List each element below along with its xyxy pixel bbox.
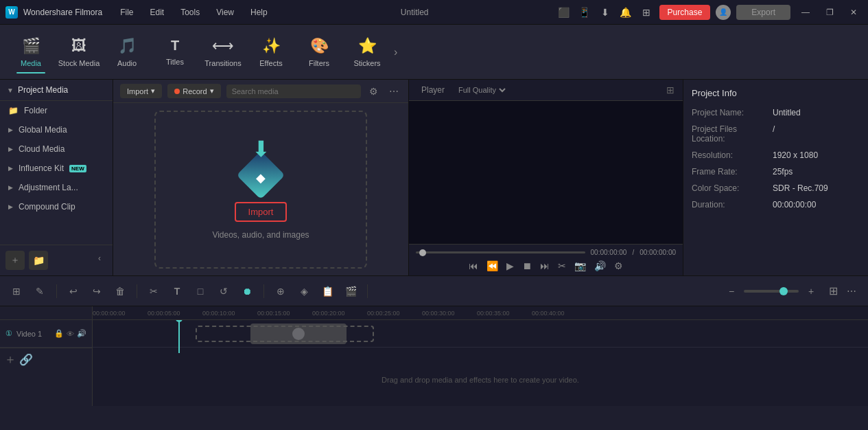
tl-more-button[interactable]: ⋯ [842,282,861,301]
track-number: ① [5,329,12,338]
sidebar-item-global-media[interactable]: ▶ Global Media [0,120,113,139]
resolution-value: 1920 x 1080 [773,150,818,160]
minimize-button[interactable]: — [796,8,815,17]
framerate-value: 25fps [773,167,793,177]
tl-marker-button[interactable]: ◈ [294,282,314,301]
tl-mark-button[interactable]: □ [191,282,210,301]
colorspace-label: Color Space: [692,183,767,193]
app-name: Wondershare Filmora [23,8,102,17]
zoom-plus-button[interactable]: + [801,282,821,301]
zoom-minus-button[interactable]: − [722,282,741,301]
toolbar-media[interactable]: 🎬 Media [7,28,55,76]
info-row-resolution: Resolution: 1920 x 1080 [692,150,860,160]
menu-edit[interactable]: Edit [145,5,170,20]
close-button[interactable]: ✕ [845,8,863,17]
mobile-btn[interactable]: 📱 [577,5,592,20]
add-track-icon[interactable]: ＋ [4,351,16,367]
cloud-media-label: Cloud Media [19,144,64,154]
toolbar-audio[interactable]: 🎵 Audio [103,28,151,76]
influence-kit-arrow: ▶ [8,165,13,172]
mute-icon[interactable]: 🔊 [77,329,86,338]
media-toolbar: Import ▾ Record ▾ ⚙ ⋯ [113,80,408,103]
player-tab[interactable]: Player [417,84,449,96]
volume-button[interactable]: 🔊 [594,260,606,271]
import-label: Import [127,87,148,95]
snapshot-button[interactable]: 📷 [574,260,586,271]
adjustment-la-label: Adjustment La... [19,183,78,192]
grid-icon[interactable]: ⊞ [639,5,654,20]
export-button[interactable]: Export [736,5,790,20]
split-button[interactable]: ✂ [558,260,566,271]
titles-label: Titles [166,58,184,66]
toolbar-effects[interactable]: ✨ Effects [247,28,295,76]
quality-select[interactable]: Full Quality [456,85,508,95]
tl-delete-button[interactable]: 🗑 [110,282,130,301]
sidebar-collapse-arrow[interactable]: ▼ [7,87,14,94]
name-value: Untitled [773,108,801,117]
tl-add-button[interactable]: ⊕ [271,282,290,301]
player-expand-icon[interactable]: ⊞ [666,84,675,95]
record-dropdown-button[interactable]: Record ▾ [167,84,220,98]
tl-edit-button[interactable]: ✎ [30,282,49,301]
toolbar-filters[interactable]: 🎨 Filters [295,28,343,76]
toolbar-stickers[interactable]: ⭐ Stickers [343,28,391,76]
track-row-empty: Drag and drop media and effects here to … [93,348,868,385]
link-icon[interactable]: 🔗 [19,353,33,366]
sidebar-toggle-button[interactable]: ‹ [92,251,107,266]
stop-button[interactable]: ⏹ [522,260,532,271]
toolbar-more-chevron[interactable]: › [394,46,397,58]
zoom-slider[interactable] [744,290,799,293]
play-button[interactable]: ▶ [506,260,514,271]
search-input[interactable] [226,84,361,98]
effects-icon: ✨ [262,37,281,55]
toolbar-transitions[interactable]: ⟷ Transitions [199,28,247,76]
settings-icon[interactable]: ⚙ [614,260,623,271]
filmora-arrow-icon: ◆ [256,170,266,185]
import-button[interactable]: Import [235,202,288,222]
tl-cut-button[interactable]: ✂ [144,282,163,301]
files-value: / [773,124,775,144]
screen-btn[interactable]: ⬛ [556,5,572,20]
lock-icon[interactable]: 🔒 [54,329,64,338]
progress-bar[interactable] [416,251,585,253]
menu-help[interactable]: Help [245,5,273,20]
filter-icon[interactable]: ⚙ [366,84,381,98]
import-chevron-icon: ▾ [151,87,155,95]
visibility-icon[interactable]: 👁 [67,330,74,338]
tl-view-toggle-button[interactable]: ⊞ [829,284,838,297]
folder-button[interactable]: 📁 [29,251,48,270]
tl-record-button[interactable]: ⏺ [237,282,257,301]
menu-file[interactable]: File [115,5,139,20]
skip-back-button[interactable]: ⏮ [469,260,478,271]
maximize-button[interactable]: ❐ [821,8,839,17]
add-media-button[interactable]: ＋ [5,251,25,270]
toolbar-titles[interactable]: T Titles [151,28,199,76]
drag-drop-hint: Drag and drop media and effects here to … [382,376,579,384]
tl-copy-button[interactable]: 📋 [318,282,337,301]
download-btn[interactable]: ⬇ [598,5,613,20]
toolbar-stock-media[interactable]: 🖼 Stock Media [55,28,103,76]
tl-redo-button[interactable]: ↪ [87,282,106,301]
menu-tools[interactable]: Tools [175,5,205,20]
sidebar-item-influence-kit[interactable]: ▶ Influence Kit NEW [0,159,113,178]
track-row-video1 [93,320,868,348]
bell-icon[interactable]: 🔔 [618,5,633,20]
avatar[interactable]: 👤 [716,5,731,20]
more-options-icon[interactable]: ⋯ [386,84,401,98]
tl-text-button[interactable]: T [167,282,187,301]
sidebar-item-compound-clip[interactable]: ▶ Compound Clip [0,197,113,216]
menu-view[interactable]: View [211,5,239,20]
player-controls: 00:00:00:00 / 00:00:00:00 ⏮ ⏪ ▶ ⏹ ⏭ ✂ 📷 … [409,244,683,275]
tl-loop-button[interactable]: ↺ [214,282,233,301]
sidebar-footer: ＋ 📁 ‹ [0,245,113,275]
tl-clip-button[interactable]: 🎬 [341,282,360,301]
tl-undo-button[interactable]: ↩ [64,282,83,301]
frame-back-button[interactable]: ⏪ [486,260,498,271]
skip-forward-button[interactable]: ⏭ [540,260,550,271]
tl-scenes-button[interactable]: ⊞ [7,282,26,301]
sidebar-item-folder[interactable]: 📁 Folder [0,101,113,120]
sidebar-item-cloud-media[interactable]: ▶ Cloud Media [0,139,113,159]
sidebar-item-adjustment-la[interactable]: ▶ Adjustment La... [0,178,113,197]
import-dropdown-button[interactable]: Import ▾ [120,84,162,98]
purchase-button[interactable]: Purchase [659,5,711,20]
